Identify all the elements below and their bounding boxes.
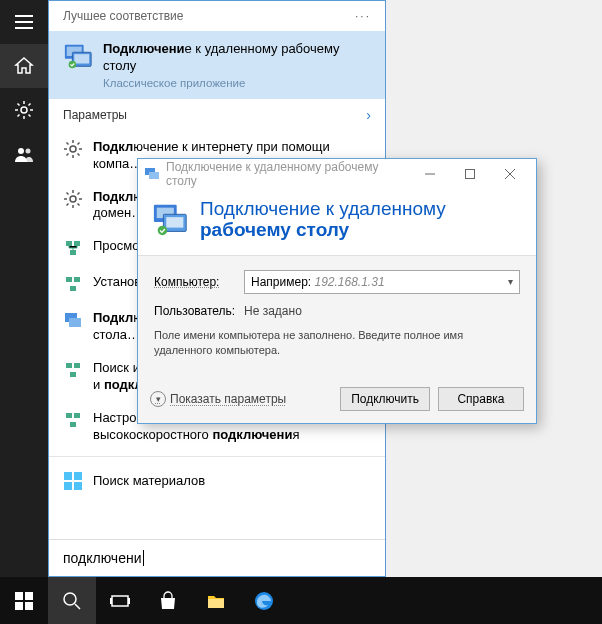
close-button[interactable] — [490, 159, 530, 189]
rdp-icon — [63, 41, 93, 71]
computer-row: Компьютер: Например: 192.168.1.31 ▾ — [154, 270, 520, 294]
rdp-banner: Подключение к удаленному рабочему столу — [138, 189, 536, 256]
user-row: Пользователь: Не задано — [154, 304, 520, 318]
troubleshoot-icon — [63, 360, 83, 380]
svg-rect-45 — [25, 602, 33, 610]
svg-point-46 — [64, 593, 76, 605]
svg-rect-49 — [110, 598, 112, 604]
svg-rect-15 — [70, 250, 76, 255]
best-match-label: Лучшее соответствие — [63, 9, 183, 23]
svg-rect-1 — [15, 21, 33, 23]
svg-point-4 — [18, 148, 24, 154]
svg-rect-20 — [69, 318, 81, 327]
minimize-button[interactable] — [410, 159, 450, 189]
taskview-button[interactable] — [96, 577, 144, 624]
gear-icon[interactable] — [0, 88, 48, 132]
show-options-link[interactable]: ▾ Показать параметры — [150, 391, 332, 407]
hamburger-icon[interactable] — [0, 0, 48, 44]
rdp-body: Компьютер: Например: 192.168.1.31 ▾ Поль… — [138, 256, 536, 380]
search-input[interactable]: подключени — [49, 539, 385, 576]
banner-title: Подключение к удаленному рабочему столу — [200, 199, 446, 241]
text-cursor — [143, 550, 144, 566]
titlebar-text: Подключение к удаленному рабочему столу — [166, 160, 410, 188]
windows-logo-icon — [63, 471, 83, 491]
store-button[interactable] — [144, 577, 192, 624]
svg-rect-27 — [64, 472, 72, 480]
svg-rect-0 — [15, 15, 33, 17]
svg-rect-18 — [70, 286, 76, 291]
show-options-label: Показать параметры — [170, 392, 286, 406]
svg-rect-14 — [74, 241, 80, 246]
best-match-header: Лучшее соответствие ··· — [49, 1, 385, 31]
svg-rect-43 — [25, 592, 33, 600]
svg-rect-32 — [149, 172, 159, 179]
svg-point-10 — [69, 61, 77, 69]
svg-point-3 — [21, 107, 27, 113]
svg-rect-24 — [66, 413, 72, 418]
svg-rect-50 — [128, 598, 130, 604]
expand-down-icon: ▾ — [150, 391, 166, 407]
cortana-left-rail — [0, 0, 48, 577]
rdp-footer: ▾ Показать параметры Подключить Справка — [138, 379, 536, 423]
connect-button[interactable]: Подключить — [340, 387, 430, 411]
svg-rect-13 — [66, 241, 72, 246]
search-input-text: подключени — [63, 550, 142, 566]
svg-rect-26 — [70, 422, 76, 427]
svg-rect-17 — [74, 277, 80, 282]
svg-rect-16 — [66, 277, 72, 282]
svg-point-12 — [70, 196, 76, 202]
svg-rect-22 — [74, 363, 80, 368]
chevron-right-icon: › — [366, 107, 371, 123]
network-icon — [63, 238, 83, 258]
svg-point-5 — [26, 149, 31, 154]
svg-point-41 — [158, 226, 168, 236]
maximize-button[interactable] — [450, 159, 490, 189]
computer-combobox[interactable]: Например: 192.168.1.31 ▾ — [244, 270, 520, 294]
svg-rect-25 — [74, 413, 80, 418]
rdp-banner-icon — [152, 201, 190, 239]
people-icon[interactable] — [0, 132, 48, 176]
svg-rect-2 — [15, 27, 33, 29]
rdp-small-icon — [63, 310, 83, 330]
help-button[interactable]: Справка — [438, 387, 524, 411]
explorer-button[interactable] — [192, 577, 240, 624]
web-search-item[interactable]: Поиск материалов — [49, 461, 385, 501]
network-icon — [63, 410, 83, 430]
edge-button[interactable] — [240, 577, 288, 624]
taskbar — [0, 577, 602, 624]
svg-rect-9 — [74, 54, 89, 63]
user-value: Не задано — [244, 304, 302, 318]
user-label: Пользователь: — [154, 304, 244, 318]
svg-rect-40 — [166, 217, 183, 227]
svg-rect-48 — [112, 596, 128, 606]
svg-line-47 — [75, 604, 80, 609]
svg-rect-28 — [74, 472, 82, 480]
rdp-dialog: Подключение к удаленному рабочему столу … — [137, 158, 537, 424]
svg-rect-21 — [66, 363, 72, 368]
gear-icon — [63, 189, 83, 209]
svg-rect-44 — [15, 602, 23, 610]
web-search-label: Поиск материалов — [93, 473, 205, 488]
home-icon[interactable] — [0, 44, 48, 88]
divider — [49, 456, 385, 457]
start-button[interactable] — [0, 577, 48, 624]
svg-rect-51 — [208, 599, 224, 608]
search-taskbar-button[interactable] — [48, 577, 96, 624]
gear-icon — [63, 139, 83, 159]
titlebar[interactable]: Подключение к удаленному рабочему столу — [138, 159, 536, 189]
parameters-label: Параметры — [63, 108, 127, 122]
svg-rect-42 — [15, 592, 23, 600]
svg-rect-30 — [74, 482, 82, 490]
more-icon[interactable]: ··· — [355, 9, 371, 23]
chevron-down-icon[interactable]: ▾ — [508, 276, 513, 287]
svg-rect-34 — [466, 170, 475, 179]
computer-placeholder: Например: 192.168.1.31 — [251, 275, 385, 289]
network-icon — [63, 274, 83, 294]
svg-point-11 — [70, 146, 76, 152]
best-match-text: Подключение к удаленному рабочему столу … — [103, 41, 371, 89]
computer-label: Компьютер: — [154, 275, 244, 289]
best-match-rdp[interactable]: Подключение к удаленному рабочему столу … — [49, 31, 385, 99]
parameters-header[interactable]: Параметры › — [49, 99, 385, 131]
svg-rect-23 — [70, 372, 76, 377]
rdp-message: Поле имени компьютера не заполнено. Введ… — [154, 328, 520, 358]
